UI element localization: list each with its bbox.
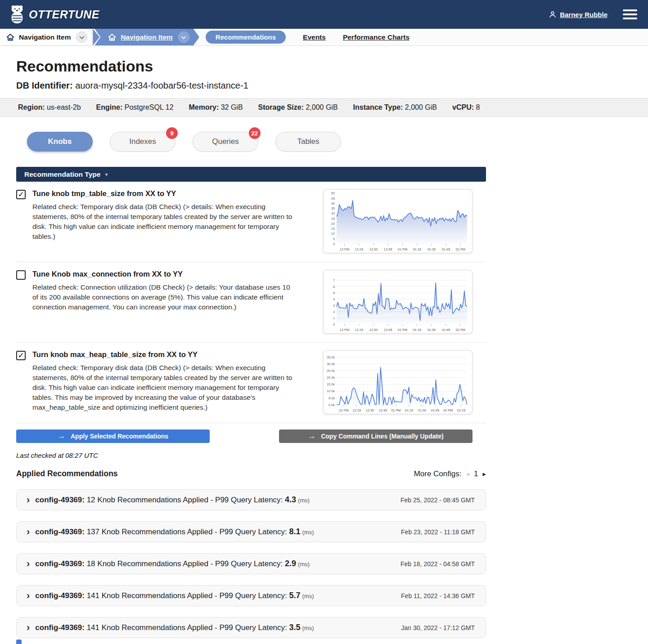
svg-text:12:45: 12:45 — [384, 247, 392, 251]
svg-text:12:45: 12:45 — [379, 408, 387, 412]
svg-text:40: 40 — [331, 201, 335, 206]
action-buttons-row: → Apply Selected Recomendations → Copy C… — [16, 423, 486, 443]
svg-text:35.0k: 35.0k — [327, 355, 335, 359]
page-prev-icon[interactable]: ◂ — [466, 470, 469, 478]
chevron-down-icon — [79, 34, 84, 39]
svg-text:12:30: 12:30 — [369, 247, 378, 251]
recommendation-type-label: Recommendation Type — [24, 170, 100, 179]
last-checked-timestamp: Last checked at 08:27 UTC — [16, 452, 486, 459]
svg-text:01 PM: 01 PM — [398, 328, 407, 332]
chevron-right-icon: › — [27, 495, 30, 505]
user-name: Barney Rubble — [560, 11, 608, 18]
recommendation-description: Related check: Temporary disk data (DB C… — [32, 363, 292, 412]
info-storage: Storage Size: 2,000 GiB — [258, 103, 338, 112]
svg-text:12:15: 12:15 — [353, 408, 361, 412]
user-menu[interactable]: Barney Rubble — [548, 10, 608, 19]
brand-logo[interactable]: OTTERTUNE — [9, 4, 99, 24]
info-memory: Memory: 32 GiB — [189, 103, 243, 112]
breadcrumb-dropdown-toggle[interactable] — [178, 31, 189, 43]
svg-text:1: 1 — [333, 316, 335, 320]
svg-text:50: 50 — [331, 191, 335, 195]
applied-config-row[interactable]: › config-49369: 12 Knob Recommendations … — [16, 489, 486, 510]
hamburger-menu-icon[interactable] — [623, 7, 637, 22]
tab-tables[interactable]: Tables — [275, 132, 341, 152]
home-icon — [5, 32, 15, 42]
config-date: Feb 23, 2022 - 11:18 GMT — [401, 528, 475, 536]
tab-indexes[interactable]: Indexes9 — [110, 132, 176, 152]
svg-text:5.0k: 5.0k — [328, 396, 335, 400]
info-engine: Engine: PostgreSQL 12 — [96, 103, 174, 112]
svg-text:25: 25 — [331, 217, 335, 221]
svg-text:01:30: 01:30 — [418, 408, 426, 412]
svg-text:3: 3 — [333, 304, 335, 308]
metric-chart: 0123456712 PM12:1512:3012:4501 PM01:1501… — [323, 270, 472, 334]
config-date: Jan 30, 2022 - 17:12 GMT — [401, 624, 475, 631]
apply-selected-recommendations-button[interactable]: → Apply Selected Recomendations — [16, 429, 210, 443]
applied-recommendations-header: Applied Recommendations More Configs: ◂ … — [16, 469, 486, 479]
svg-text:01:30: 01:30 — [428, 328, 436, 332]
category-tabs: Knobs Indexes9 Queries22 Tables — [27, 132, 648, 152]
svg-text:10: 10 — [331, 232, 335, 236]
svg-text:0: 0 — [333, 242, 335, 246]
caret-down-icon: ▾ — [105, 171, 108, 178]
recommendation-description: Related check: Temporary disk data (DB C… — [32, 202, 292, 242]
svg-text:12 PM: 12 PM — [340, 328, 349, 332]
recommendation-title: Tune Knob max_connection from XX to YY — [32, 270, 292, 278]
svg-text:12:15: 12:15 — [355, 247, 363, 251]
tab-recommendations[interactable]: Recommendations — [206, 31, 286, 44]
metric-chart: 0510152025303540455012 PM12:1512:3012:45… — [323, 189, 472, 253]
svg-text:01 PM: 01 PM — [391, 408, 400, 412]
info-vcpu: vCPU: 8 — [452, 103, 480, 112]
page-number: 1 — [474, 470, 478, 479]
chevron-right-icon: › — [27, 591, 30, 601]
svg-text:01:15: 01:15 — [413, 328, 421, 332]
tab-queries[interactable]: Queries22 — [193, 132, 258, 152]
db-identifier-label: DB Identifier: — [16, 80, 73, 90]
home-icon — [107, 32, 117, 42]
recommendation-checkbox[interactable] — [16, 351, 26, 360]
recommendation-item: Turn knob max_heap_table_size from XX to… — [16, 342, 486, 423]
page-next-icon[interactable]: ▸ — [482, 470, 486, 478]
breadcrumb-nav-item-2[interactable]: Navigation Item — [94, 29, 199, 45]
cutoff-element — [16, 640, 22, 644]
breadcrumb-dropdown-toggle[interactable] — [76, 31, 87, 43]
more-configs-label: More Configs: — [414, 470, 462, 479]
info-region: Region: us-east-2b — [18, 103, 81, 112]
applied-recommendations-title: Applied Recommendations — [16, 469, 118, 479]
tab-performance-charts[interactable]: Performance Charts — [343, 33, 410, 41]
svg-text:15: 15 — [331, 227, 335, 231]
svg-text:12:30: 12:30 — [366, 408, 374, 412]
copy-command-lines-button[interactable]: → Copy Command Lines (Manually Update) — [279, 429, 472, 443]
recommendation-checkbox[interactable] — [16, 190, 26, 199]
indexes-count-badge: 9 — [166, 127, 178, 139]
recommendation-checkbox[interactable] — [16, 270, 26, 280]
svg-text:12 PM: 12 PM — [340, 247, 349, 251]
applied-config-row[interactable]: › config-49369: 18 Knob Recommendations … — [16, 553, 486, 574]
page-title: Recommendations — [16, 58, 648, 75]
svg-text:5: 5 — [333, 237, 335, 241]
breadcrumb-nav-item-1[interactable]: Navigation Item — [0, 29, 92, 45]
chevron-right-icon: › — [27, 623, 30, 633]
recommendation-description: Related check: Connection utilization (D… — [32, 282, 292, 312]
recommendation-type-header[interactable]: Recommendation Type ▾ — [16, 167, 486, 182]
chevron-right-icon: › — [27, 559, 30, 569]
applied-config-row[interactable]: › config-49369: 141 Knob Recommendations… — [16, 617, 486, 638]
svg-text:25.0k: 25.0k — [327, 369, 335, 373]
svg-text:5: 5 — [333, 291, 335, 295]
svg-text:01:45: 01:45 — [442, 328, 450, 332]
more-configs-pagination: More Configs: ◂ 1 ▸ — [414, 470, 486, 479]
tab-knobs[interactable]: Knobs — [27, 132, 93, 152]
svg-text:45: 45 — [331, 197, 335, 201]
applied-config-row[interactable]: › config-49369: 141 Knob Recommendations… — [16, 585, 486, 606]
applied-config-row[interactable]: › config-49369: 137 Knob Recommendations… — [16, 521, 486, 542]
recommendation-title: Turn knob max_heap_table_size from XX to… — [32, 350, 292, 359]
db-identifier-value: auora-mysql-2334-foobar56-test-instance-… — [75, 80, 248, 90]
breadcrumb: Navigation Item Navigation Item Recommen… — [0, 29, 648, 46]
breadcrumb-label: Navigation Item — [121, 33, 172, 41]
tab-events[interactable]: Events — [303, 33, 326, 41]
queries-count-badge: 22 — [249, 127, 261, 139]
svg-text:02 PM: 02 PM — [456, 247, 465, 251]
arrow-right-icon: → — [308, 432, 315, 441]
svg-text:01:45: 01:45 — [442, 247, 450, 251]
svg-text:01:45: 01:45 — [431, 408, 439, 412]
